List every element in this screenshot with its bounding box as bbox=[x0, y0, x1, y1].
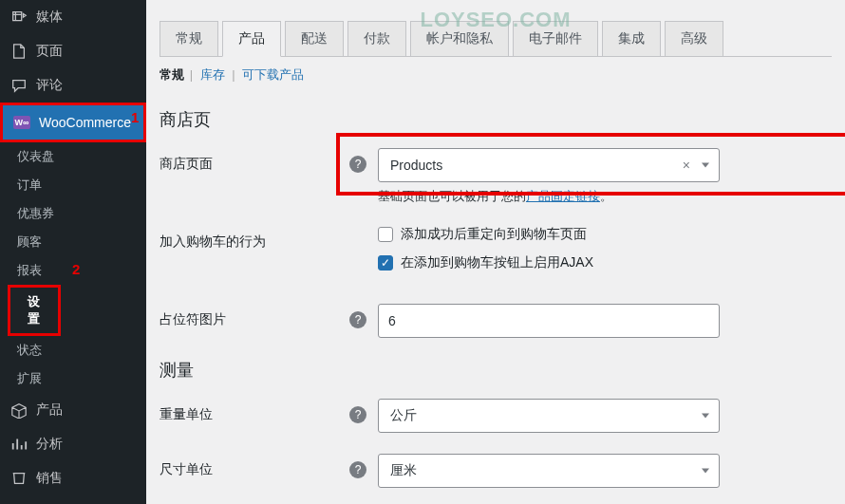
media-icon bbox=[9, 8, 28, 27]
select-value: 厘米 bbox=[390, 462, 417, 479]
help-icon[interactable]: ? bbox=[349, 311, 366, 328]
subtab-downloadable[interactable]: 可下载产品 bbox=[242, 67, 304, 82]
tab-payments[interactable]: 付款 bbox=[347, 21, 406, 57]
chevron-down-icon bbox=[702, 163, 709, 168]
sidebar-label: 仪表盘 bbox=[17, 148, 54, 165]
label-cart-behavior: 加入购物车的行为 bbox=[160, 226, 349, 251]
sidebar-label: 优惠券 bbox=[17, 205, 54, 222]
checkbox-redirect[interactable]: 添加成功后重定向到购物车页面 bbox=[378, 226, 832, 243]
sales-icon bbox=[9, 469, 28, 488]
label-shop-page: 商店页面 bbox=[160, 148, 349, 173]
help-icon[interactable]: ? bbox=[349, 461, 366, 478]
sidebar-item-extensions[interactable]: 扩展 bbox=[0, 364, 146, 393]
sidebar-item-woocommerce[interactable]: W∞ WooCommerce bbox=[0, 103, 146, 142]
comment-icon bbox=[9, 76, 28, 95]
sidebar-label: 销售 bbox=[36, 470, 63, 487]
sidebar-label: 评论 bbox=[36, 77, 63, 94]
tab-integration[interactable]: 集成 bbox=[602, 21, 661, 57]
tab-emails[interactable]: 电子邮件 bbox=[513, 21, 598, 57]
row-size-unit: 尺寸单位 ? 厘米 bbox=[160, 454, 832, 488]
sidebar-item-products[interactable]: 产品 bbox=[0, 393, 146, 427]
sidebar-label: 分析 bbox=[36, 436, 63, 453]
shop-page-select[interactable]: Products × bbox=[378, 148, 720, 182]
permalink-link[interactable]: 产品固定链接 bbox=[526, 189, 600, 203]
section-title: 商店页 bbox=[160, 108, 832, 131]
sidebar-item-customers[interactable]: 顾客 bbox=[0, 228, 146, 256]
row-placeholder: 占位符图片 ? bbox=[160, 304, 832, 338]
placeholder-input[interactable] bbox=[378, 304, 720, 338]
chevron-down-icon bbox=[702, 414, 709, 419]
sidebar-item-media[interactable]: 媒体 bbox=[0, 0, 146, 34]
sidebar-label: 顾客 bbox=[17, 233, 42, 251]
size-unit-select[interactable]: 厘米 bbox=[378, 454, 720, 488]
analytics-icon bbox=[9, 435, 28, 454]
checkbox-ajax[interactable]: 在添加到购物车按钮上启用AJAX bbox=[378, 254, 832, 271]
checkbox-label: 添加成功后重定向到购物车页面 bbox=[401, 226, 587, 243]
chevron-down-icon bbox=[702, 469, 709, 474]
help-icon[interactable]: ? bbox=[349, 406, 366, 423]
tab-products[interactable]: 产品 bbox=[222, 21, 281, 57]
main-content: LOYSEO.COM 常规 产品 配送 付款 帐户和隐私 电子邮件 集成 高级 … bbox=[146, 0, 845, 504]
sidebar-item-dashboard[interactable]: 仪表盘 bbox=[0, 142, 146, 171]
sidebar-item-status[interactable]: 状态 bbox=[0, 336, 146, 364]
sidebar-label: 产品 bbox=[36, 401, 63, 419]
row-weight-unit: 重量单位 ? 公斤 bbox=[160, 399, 832, 433]
sidebar-label: 订单 bbox=[17, 177, 42, 194]
help-icon[interactable]: ? bbox=[349, 156, 366, 173]
sidebar-label: 状态 bbox=[17, 342, 42, 359]
clear-icon[interactable]: × bbox=[683, 158, 690, 173]
sidebar-item-comments[interactable]: 评论 bbox=[0, 68, 146, 103]
checkbox-icon bbox=[378, 227, 393, 242]
annotation-1: 1 bbox=[131, 109, 139, 125]
select-value: 公斤 bbox=[390, 407, 417, 424]
sidebar-item-analytics[interactable]: 分析 bbox=[0, 427, 146, 461]
settings-tabs: 常规 产品 配送 付款 帐户和隐私 电子邮件 集成 高级 bbox=[160, 21, 832, 57]
product-icon bbox=[9, 401, 28, 420]
section-title-measure: 测量 bbox=[160, 359, 832, 382]
sidebar-item-settings[interactable]: 设置 bbox=[8, 285, 61, 336]
sub-tabs: 常规 | 库存 | 可下载产品 bbox=[146, 57, 845, 99]
sidebar-item-sales[interactable]: 销售 bbox=[0, 461, 146, 495]
sidebar-label: WooCommerce bbox=[39, 115, 131, 130]
section-shop-page: 商店页 商店页面 ? Products × 基础页面也可以被用于您的产品固定链接… bbox=[146, 108, 845, 488]
subtab-general[interactable]: 常规 bbox=[160, 67, 184, 82]
sidebar-item-elementor[interactable]: Elementor bbox=[0, 495, 146, 504]
sidebar-label: 报表 bbox=[17, 262, 42, 279]
sidebar-label: 页面 bbox=[36, 43, 63, 60]
row-shop-page: 商店页面 ? Products × 基础页面也可以被用于您的产品固定链接。 bbox=[160, 148, 832, 205]
label-placeholder: 占位符图片 bbox=[160, 304, 349, 328]
admin-sidebar: 媒体 页面 评论 W∞ WooCommerce 仪表盘 订单 优惠券 顾客 报表… bbox=[0, 0, 146, 504]
tab-accounts[interactable]: 帐户和隐私 bbox=[410, 21, 509, 57]
sidebar-item-orders[interactable]: 订单 bbox=[0, 171, 146, 199]
sidebar-item-pages[interactable]: 页面 bbox=[0, 34, 146, 68]
sidebar-item-coupons[interactable]: 优惠券 bbox=[0, 199, 146, 228]
label-size: 尺寸单位 bbox=[160, 454, 349, 478]
sidebar-label: 设置 bbox=[28, 293, 41, 327]
row-cart-behavior: 加入购物车的行为 添加成功后重定向到购物车页面 在添加到购物车按钮上启用AJAX bbox=[160, 226, 832, 283]
subtab-inventory[interactable]: 库存 bbox=[200, 67, 225, 82]
checkbox-label: 在添加到购物车按钮上启用AJAX bbox=[401, 254, 593, 271]
annotation-2: 2 bbox=[72, 261, 80, 277]
tab-general[interactable]: 常规 bbox=[160, 21, 218, 57]
woo-icon: W∞ bbox=[12, 113, 31, 132]
sidebar-label: 扩展 bbox=[17, 370, 42, 387]
tab-shipping[interactable]: 配送 bbox=[285, 21, 344, 57]
tab-advanced[interactable]: 高级 bbox=[665, 21, 723, 57]
label-weight: 重量单位 bbox=[160, 399, 349, 423]
checkbox-checked-icon bbox=[378, 255, 393, 271]
page-icon bbox=[9, 42, 28, 61]
shop-page-hint: 基础页面也可以被用于您的产品固定链接。 bbox=[378, 188, 832, 205]
weight-unit-select[interactable]: 公斤 bbox=[378, 399, 720, 433]
sidebar-label: 媒体 bbox=[36, 9, 63, 26]
select-value: Products bbox=[390, 158, 442, 173]
